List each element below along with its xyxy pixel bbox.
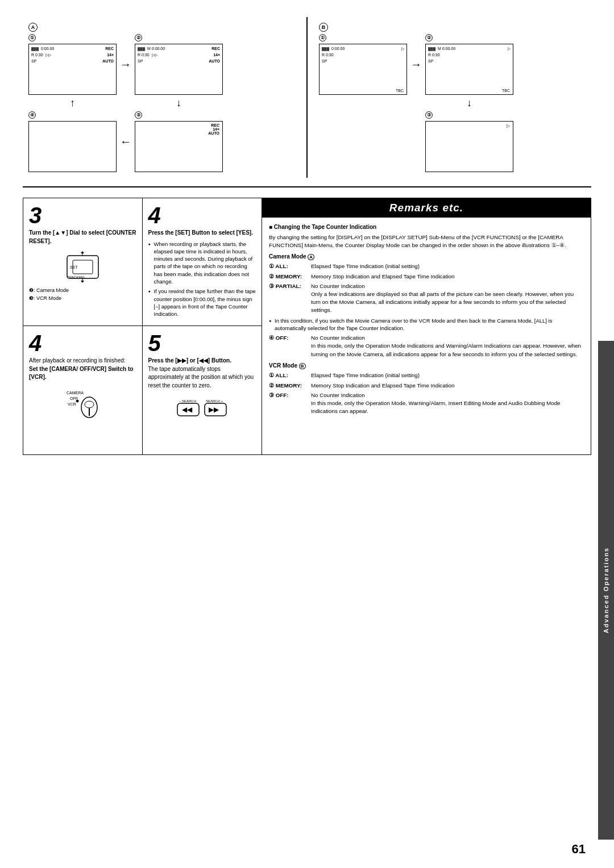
diagram-a-row2: ④ ← ③ REC14×AUTO (28, 111, 295, 172)
svg-text:TRACKING: TRACKING (67, 276, 85, 279)
sidebar-label: Advanced Operations (603, 547, 609, 633)
diagram-b-row2: ③ ▷ (319, 111, 586, 172)
diagram-a-label: A (28, 23, 295, 32)
sidebar-bar: Advanced Operations (598, 341, 614, 840)
screen-a4 (28, 121, 117, 172)
steps-grid: 3 Turn the [▲▼] Dial to select [COUNTER … (23, 198, 262, 454)
step-4-left-text: After playback or recording is finished:… (29, 357, 136, 382)
page-number: 61 (572, 842, 586, 857)
step-4-image: CAMERA OFF VCR ◆ (29, 387, 136, 422)
step-5-cell: 5 Press the [▶▶] or [◀◀] Button. The tap… (143, 326, 262, 454)
camera-mode-partial: ③ PARTIAL: No Counter IndicationOnly a f… (269, 282, 584, 315)
step-5-number: 5 (148, 332, 256, 354)
svg-text:▶▶: ▶▶ (209, 406, 219, 414)
step-3-bold: Turn the [▲▼] Dial to select [COUNTER RE… (29, 229, 136, 244)
switch-icon: CAMERA OFF VCR ◆ (65, 387, 99, 422)
remarks-panel: Remarks etc. ■ Changing the Tape Counter… (262, 198, 591, 454)
step-4-left-cell: 4 After playback or recording is finishe… (23, 326, 143, 454)
camera-mode-all: ① ALL: Elapsed Tape Time Indication (ini… (269, 262, 584, 270)
svg-text:SEARCH +: SEARCH + (206, 399, 223, 403)
svg-text:SET: SET (70, 265, 78, 269)
step-5-image: – SEARCH SEARCH + ◀◀ ▶▶ (148, 397, 256, 418)
camera-mode-list: ① ALL: Elapsed Tape Time Indication (ini… (269, 262, 584, 314)
diagram-group-a: A ① ▓▓▓ 0:00.00 REC R 0:30 ▷▷ 14 (23, 17, 304, 178)
svg-text:◆: ◆ (76, 398, 80, 403)
screen-b1: ▓▓▓ 0:00.00 ▷ R 0:30 SP TBC (319, 44, 407, 95)
svg-text:◀◀: ◀◀ (182, 406, 193, 414)
step-5-text: Press the [▶▶] or [◀◀] Button. The tape … (148, 357, 256, 390)
step-3-mode-labels: ❷: Camera Mode ❸: VCR Mode (29, 287, 136, 302)
screen-a2: ▓▓▓ M 0:00.00 REC R 0:30 ▷▷ 14× SP AUTO (135, 44, 223, 95)
camera-mode-label: Camera Mode A (269, 253, 584, 261)
svg-text:– SEARCH: – SEARCH (179, 399, 196, 403)
step-3-number: 3 (29, 204, 136, 227)
diagram-group-b: B ① ▓▓▓ 0:00.00 ▷ R 0:30 SP T (310, 17, 591, 178)
camera-mode-memory: ② MEMORY: Memory Stop Indication and Ela… (269, 273, 584, 281)
svg-point-13 (85, 401, 94, 408)
vcr-mode-memory: ② MEMORY: Memory Stop Indication and Ela… (269, 382, 584, 390)
vcr-mode-label: VCR Mode B (269, 362, 584, 370)
screen-b3: ▷ (425, 121, 513, 172)
svg-text:CAMERA: CAMERA (67, 391, 84, 395)
diagram-b-label: B (319, 23, 586, 32)
vcr-mode-off: ③ OFF: No Counter IndicationIn this mode… (269, 391, 584, 416)
step-3-image: SET TRACKING (29, 250, 136, 284)
dial-icon: SET TRACKING (64, 250, 101, 284)
vcr-mode-all: ① ALL: Elapsed Tape Time Indication (ini… (269, 372, 584, 379)
screen-a3: REC14×AUTO (135, 121, 223, 172)
step-4-right-number: 4 (148, 204, 256, 227)
screen-a1: ▓▓▓ 0:00.00 REC R 0:30 ▷▷ 14× SP AUTO (28, 44, 117, 95)
screen-b2: ▓▓▓ M 0:00.00 ▷ R 0:30 SP TBC (425, 44, 513, 95)
step-3-text: Turn the [▲▼] Dial to select [COUNTER RE… (29, 229, 136, 245)
step-4-right-cell: 4 Press the [SET] Button to select [YES]… (143, 198, 262, 326)
camera-mode-off-list: ④ OFF: No Counter IndicationIn this mode… (269, 334, 584, 358)
step-3-cell: 3 Turn the [▲▼] Dial to select [COUNTER … (23, 198, 143, 326)
remarks-header: Remarks etc. (262, 198, 591, 218)
svg-text:VCR: VCR (68, 402, 76, 406)
changing-text: By changing the setting for [DISPLAY] on… (269, 233, 584, 249)
step-4-left-number: 4 (29, 332, 136, 354)
svg-marker-3 (81, 251, 84, 253)
changing-title: ■ Changing the Tape Counter Indication (269, 223, 584, 232)
bottom-section: 3 Turn the [▲▼] Dial to select [COUNTER … (23, 198, 591, 455)
remarks-body: ■ Changing the Tape Counter Indication B… (262, 218, 591, 423)
step-4-right-text: Press the [SET] Button to select [YES]. … (148, 229, 256, 318)
vcr-mode-list: ① ALL: Elapsed Tape Time Indication (ini… (269, 372, 584, 415)
top-section: A ① ▓▓▓ 0:00.00 REC R 0:30 ▷▷ 14 (23, 17, 591, 187)
diagram-a-row1: ① ▓▓▓ 0:00.00 REC R 0:30 ▷▷ 14× SP (28, 34, 295, 95)
search-button-icon: – SEARCH SEARCH + ◀◀ ▶▶ (176, 397, 227, 418)
svg-marker-5 (81, 281, 84, 283)
camera-mode-off: ④ OFF: No Counter IndicationIn this mode… (269, 334, 584, 358)
diagram-b-row1: ① ▓▓▓ 0:00.00 ▷ R 0:30 SP TBC → (319, 34, 586, 95)
camera-bullets: ● In this condition, if you switch the M… (269, 317, 584, 332)
